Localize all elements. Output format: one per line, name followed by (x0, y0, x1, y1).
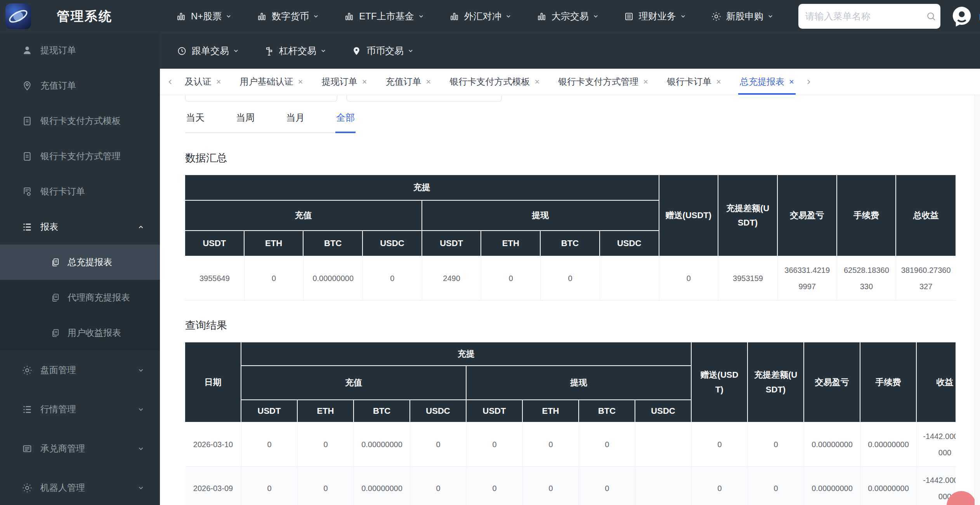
close-icon[interactable]: × (362, 77, 367, 87)
tab-label: 用户基础认证 (240, 76, 293, 88)
td-withdraw-btc: 0 (579, 467, 635, 505)
main-area: N+股票 数字货币 ETF上市基金 外汇对冲 大宗交易 (160, 0, 980, 505)
sidebar-group-robot-manage[interactable]: 机器人管理 (0, 468, 160, 505)
tab-withdraw-orders[interactable]: 提现订单× (322, 69, 367, 95)
close-icon[interactable]: × (534, 77, 539, 87)
sidebar-item-withdraw-orders[interactable]: 提现订单 (0, 33, 160, 68)
nav-n-plus-stocks[interactable]: N+股票 (176, 10, 232, 23)
tab-bankcard-orders[interactable]: 银行卡订单× (667, 69, 721, 95)
tab-bankcard-pay-template[interactable]: 银行卡支付方式模板× (449, 69, 539, 95)
close-icon[interactable]: × (716, 77, 721, 87)
sidebar-item-label: 总充提报表 (68, 256, 112, 268)
th-gift: 赠送(USDT) (659, 175, 719, 257)
nav-block-trade[interactable]: 大宗交易 (536, 10, 600, 23)
nav-wealth-business[interactable]: 理财业务 (624, 10, 687, 23)
gear-icon (22, 365, 33, 376)
tabs-scroll-right-icon[interactable] (803, 77, 813, 87)
reports-submenu: 总充提报表 代理商充提报表 用户收益报表 (0, 245, 160, 351)
close-icon[interactable]: × (643, 77, 648, 87)
vertical-scrollbar[interactable] (975, 95, 980, 505)
nav-crypto[interactable]: 数字货币 (257, 10, 320, 23)
td-withdraw-eth: 0 (523, 467, 579, 505)
tab-deposit-orders[interactable]: 充值订单× (386, 69, 431, 95)
th-coin: USDT (422, 231, 482, 257)
query-table-viewport: 日期 充提 赠送(USDT) 充提差额(USDT) 交易盈亏 手续费 收益 充值… (185, 342, 956, 505)
logo-row: 管理系统 (0, 0, 160, 33)
sidebar-item-label: 盘面管理 (40, 364, 76, 376)
search-icon[interactable] (926, 11, 937, 22)
td-fee: 0.00000000 (860, 423, 917, 467)
close-icon[interactable]: × (216, 77, 221, 87)
sidebar-item-agent-report[interactable]: 代理商充提报表 (0, 280, 160, 315)
td-withdraw-usdc (635, 467, 692, 505)
td-deposit-eth: 0 (298, 423, 354, 467)
th-group-chongti: 充提 (185, 175, 659, 201)
sidebar-group-market-manage[interactable]: 行情管理 (0, 390, 160, 429)
tab-renzheng[interactable]: 及认证× (185, 69, 221, 95)
sidebar-item-total-report[interactable]: 总充提报表 (0, 245, 160, 280)
sidebar-group-reports[interactable]: 报表 (0, 209, 160, 245)
summary-table: 充提 赠送(USDT) 充提差额(USDT) 交易盈亏 手续费 总收益 充值 提… (185, 175, 956, 300)
summary-table-body: 3955649 0 0.00000000 0 2490 0 0 0 395315… (185, 257, 956, 300)
chevron-down-icon (137, 405, 145, 414)
sidebar-group-board-manage[interactable]: 盘面管理 (0, 351, 160, 390)
td-withdraw-btc: 0 (541, 257, 600, 300)
tab-total-report[interactable]: 总充提报表× (740, 69, 794, 95)
tabs-scroll-left-icon[interactable] (165, 77, 175, 87)
td-date: 2026-03-10 (185, 423, 241, 467)
open-tabs-bar: 及认证× 用户基础认证× 提现订单× 充值订单× 银行卡支付方式模板× 银行卡支… (160, 69, 980, 95)
th-diff: 充提差额(USDT) (748, 342, 804, 423)
filter-tab-today[interactable]: 当天 (185, 109, 205, 133)
th-coin: USDT (467, 400, 523, 423)
tab-label: 总充提报表 (740, 76, 784, 88)
sidebar-item-bankcard-orders[interactable]: 银行卡订单 (0, 174, 160, 209)
card-icon (22, 443, 33, 454)
close-icon[interactable]: × (298, 77, 303, 87)
topnav-row2: 跟单交易 杠杆交易 币币交易 (160, 33, 980, 69)
th-fee: 手续费 (860, 342, 917, 423)
nav-forex-hedge[interactable]: 外汇对冲 (449, 10, 512, 23)
bar-chart-icon (449, 11, 460, 22)
sidebar-group-acceptor-manage[interactable]: 承兑商管理 (0, 429, 160, 468)
nav-label: 大宗交易 (552, 10, 589, 23)
chevron-down-icon (319, 47, 327, 55)
search-input[interactable] (805, 11, 926, 22)
chevron-down-icon (137, 484, 145, 492)
sidebar-item-label: 银行卡支付方式模板 (40, 115, 121, 127)
tab-user-basic-auth[interactable]: 用户基础认证× (240, 69, 303, 95)
sidebar-item-bankcard-pay-manage[interactable]: 银行卡支付方式管理 (0, 139, 160, 174)
th-gift: 赠送(USDT) (692, 342, 748, 423)
th-coin: ETH (481, 231, 541, 257)
nav-ipo-subscribe[interactable]: 新股申购 (711, 10, 774, 23)
filter-tab-all[interactable]: 全部 (335, 109, 356, 133)
nav-margin-trade[interactable]: 杠杆交易 (264, 45, 327, 57)
clipped-input[interactable] (347, 95, 502, 102)
td-withdraw-usdc (600, 257, 659, 300)
page-content: 当天 当周 当月 全部 数据汇总 充提 赠送(USDT) 充提差额(USDT) … (160, 95, 980, 505)
td-diff: 3953159 (718, 257, 778, 300)
td-withdraw-usdt: 0 (467, 467, 523, 505)
nav-etf-funds[interactable]: ETF上市基金 (344, 10, 425, 23)
filter-tab-week[interactable]: 当周 (235, 109, 255, 133)
sidebar-item-user-profit-report[interactable]: 用户收益报表 (0, 315, 160, 351)
close-icon[interactable]: × (426, 77, 431, 87)
td-deposit-usdc: 0 (410, 467, 467, 505)
tab-label: 银行卡支付方式模板 (449, 76, 530, 88)
filter-tab-month[interactable]: 当月 (285, 109, 305, 133)
clock-icon (177, 46, 187, 56)
td-date: 2026-03-09 (185, 467, 241, 505)
chevron-down-icon (592, 12, 600, 20)
sidebar-item-deposit-orders[interactable]: 充值订单 (0, 68, 160, 103)
tab-bankcard-pay-manage[interactable]: 银行卡支付方式管理× (558, 69, 648, 95)
summary-row: 3955649 0 0.00000000 0 2490 0 0 0 395315… (185, 257, 956, 300)
user-menu[interactable]: root (951, 5, 980, 28)
close-icon[interactable]: × (789, 77, 794, 87)
nav-spot-trade[interactable]: 币币交易 (351, 45, 415, 57)
sidebar-item-bankcard-pay-template[interactable]: 银行卡支付方式模板 (0, 103, 160, 139)
tab-label: 银行卡订单 (667, 76, 711, 88)
clipped-input[interactable] (185, 95, 337, 102)
nav-copy-trade[interactable]: 跟单交易 (177, 45, 240, 57)
chevron-down-icon (312, 12, 320, 20)
td-withdraw-eth: 0 (481, 257, 541, 300)
th-coin: BTC (304, 231, 363, 257)
